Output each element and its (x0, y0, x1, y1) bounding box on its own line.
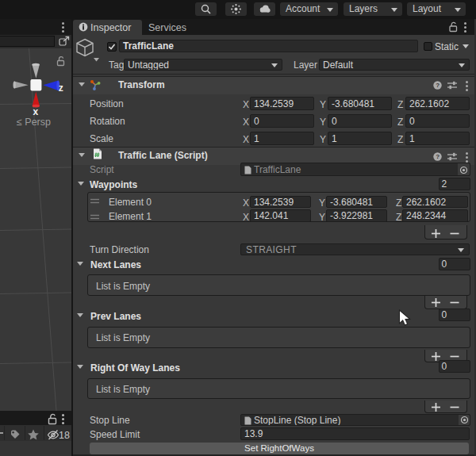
svg-text:z: z (59, 82, 63, 94)
svg-text:?: ? (436, 153, 440, 160)
svg-text:?: ? (436, 82, 440, 89)
svg-text:x: x (33, 106, 39, 117)
